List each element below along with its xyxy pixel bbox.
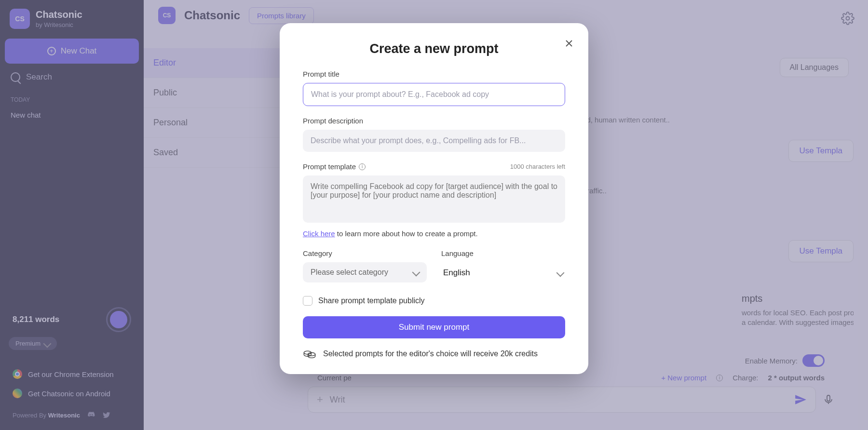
prompt-desc-input[interactable] (303, 130, 565, 152)
prompt-template-input[interactable] (303, 175, 565, 223)
category-label: Category (303, 249, 427, 257)
category-select[interactable]: Please select category (303, 262, 427, 282)
create-prompt-modal: Create a new prompt Prompt title Prompt … (280, 23, 588, 374)
coins-icon (303, 349, 316, 359)
title-field-label: Prompt title (303, 70, 565, 78)
language-value: English (443, 268, 470, 278)
category-placeholder: Please select category (311, 268, 388, 277)
chevron-down-icon (556, 269, 565, 277)
char-counter: 1000 characters left (510, 163, 565, 170)
language-select[interactable]: English (441, 262, 565, 283)
language-label: Language (441, 249, 565, 257)
close-icon[interactable] (563, 38, 575, 49)
share-checkbox[interactable] (303, 296, 312, 306)
modal-title: Create a new prompt (303, 41, 565, 56)
learn-more-link[interactable]: Click here (303, 229, 335, 238)
credits-row: Selected prompts for the editor's choice… (303, 349, 565, 359)
info-icon: i (359, 163, 366, 170)
submit-prompt-button[interactable]: Submit new prompt (303, 316, 565, 338)
share-label: Share prompt template publicly (318, 296, 425, 305)
desc-field-label: Prompt description (303, 117, 565, 125)
chevron-down-icon (412, 269, 420, 277)
credits-text: Selected prompts for the editor's choice… (323, 349, 538, 358)
template-field-label: Prompt template i 1000 characters left (303, 162, 565, 171)
learn-more-text: Click here to learn more about how to cr… (303, 229, 565, 238)
modal-overlay: Create a new prompt Prompt title Prompt … (0, 0, 868, 430)
prompt-title-input[interactable] (303, 83, 565, 106)
share-public-row[interactable]: Share prompt template publicly (303, 296, 565, 306)
